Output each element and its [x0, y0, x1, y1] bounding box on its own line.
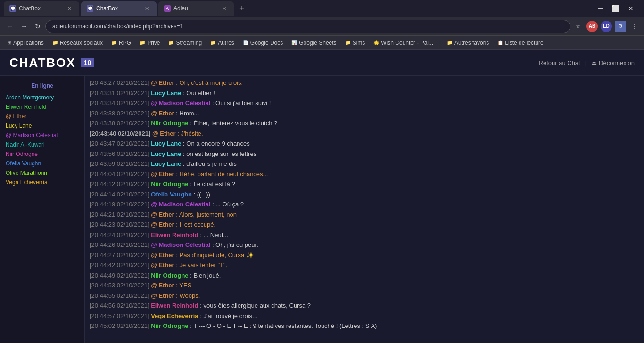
bookmark-autres-favoris[interactable]: 📁 Autres favoris — [443, 39, 493, 47]
profile-icon-1[interactable]: AB — [586, 21, 598, 32]
sidebar-user-arden[interactable]: Arden Montgomery — [0, 93, 84, 102]
message-21: [20:44:53 02/10/2021] @ Ether : YES — [90, 280, 639, 291]
minimize-button[interactable]: ─ — [595, 4, 606, 13]
tab-3-close[interactable]: ✕ — [220, 5, 228, 13]
app-container: CHATBOX 10 Retour au Chat | ⏏ Déconnexio… — [0, 50, 644, 343]
message-11: [20:44:12 02/10/2021] Niir Odrogne : Le … — [90, 179, 639, 189]
tab-1-favicon: 💬 — [9, 5, 16, 12]
autres-icon: 📁 — [210, 40, 216, 45]
bookmark-google-sheets[interactable]: 📊 Google Sheets — [288, 39, 340, 47]
app-badge: 10 — [81, 58, 95, 67]
profile-icon-2[interactable]: LD — [601, 21, 612, 32]
sidebar-user-ofelia[interactable]: Ofelia Vaughn — [0, 159, 84, 168]
prive-icon: 📁 — [140, 40, 145, 45]
tab-3-favicon: A — [164, 5, 171, 12]
reload-button[interactable]: ↻ — [32, 21, 43, 32]
bookmark-star-icon[interactable]: ☆ — [572, 21, 584, 32]
tab-1[interactable]: 💬 ChatBox ✕ — [4, 1, 79, 16]
message-3: [20:43:34 02/10/2021] @ Madison Célestia… — [90, 98, 639, 108]
forward-button[interactable]: → — [18, 21, 30, 32]
back-button[interactable]: ← — [4, 21, 16, 32]
sidebar-user-eliwen[interactable]: Eliwen Reinhold — [0, 102, 84, 112]
google-docs-icon: 📄 — [243, 40, 248, 45]
browser-window-controls: ─ ⬜ ✕ — [595, 4, 640, 13]
bookmark-rpg[interactable]: 📁 RPG — [107, 39, 135, 47]
bookmark-applications-label: Applications — [13, 40, 44, 46]
tab-2[interactable]: 💬 ChatBox ✕ — [81, 1, 157, 16]
sidebar-user-ether[interactable]: @ Ether — [0, 112, 84, 121]
message-15: [20:44:23 02/10/2021] @ Ether : Il est o… — [90, 220, 639, 230]
tab-3[interactable]: A Adieu ✕ — [158, 1, 234, 16]
reseaux-icon: 📁 — [52, 40, 58, 45]
message-20: [20:44:49 02/10/2021] Niir Odrogne : Bie… — [90, 270, 639, 281]
app-title: CHATBOX — [9, 56, 76, 70]
bookmark-google-docs-label: Google Docs — [250, 40, 283, 46]
message-14: [20:44:21 02/10/2021] @ Ether : Alors, j… — [90, 210, 639, 220]
bookmark-google-sheets-label: Google Sheets — [299, 40, 336, 46]
message-17: [20:44:26 02/10/2021] @ Madison Célestia… — [90, 240, 639, 250]
chat-area[interactable]: [20:43:27 02/10/2021] @ Ether : Oh, c'es… — [85, 76, 644, 343]
address-input[interactable] — [45, 20, 570, 33]
message-5: [20:43:38 02/10/2021] Niir Odrogne : Éth… — [90, 118, 639, 129]
message-2: [20:43:31 02/10/2021] Lucy Lane : Oui et… — [90, 88, 639, 98]
header-separator: | — [585, 59, 586, 66]
logout-button[interactable]: ⏏ Déconnexion — [591, 59, 635, 66]
tab-1-close[interactable]: ✕ — [66, 5, 74, 13]
bookmark-prive-label: Privé — [147, 40, 160, 46]
message-1: [20:43:27 02/10/2021] @ Ether : Oh, c'es… — [90, 78, 639, 88]
address-right-icons: ☆ AB LD ⚙ ⋮ — [572, 21, 640, 32]
app-header: CHATBOX 10 Retour au Chat | ⏏ Déconnexio… — [0, 50, 644, 76]
autres-favoris-icon: 📁 — [447, 40, 453, 45]
bookmark-prive[interactable]: 📁 Privé — [136, 39, 164, 47]
sims-icon: 📁 — [345, 40, 351, 45]
tab-2-close[interactable]: ✕ — [143, 5, 151, 13]
message-10: [20:44:04 02/10/2021] @ Ether : Héhé, pa… — [90, 169, 639, 180]
bookmark-liste-lecture-label: Liste de lecture — [505, 40, 543, 46]
bookmark-applications[interactable]: ⊞ Applications — [4, 39, 48, 47]
message-8: [20:43:56 02/10/2021] Lucy Lane : on est… — [90, 149, 639, 159]
close-window-button[interactable]: ✕ — [625, 4, 636, 13]
sidebar-user-olive[interactable]: Olive Marathonn — [0, 168, 84, 178]
retour-chat-link[interactable]: Retour au Chat — [539, 59, 580, 66]
liste-lecture-icon: 📋 — [497, 40, 503, 45]
message-25: [20:45:02 02/10/2021] Niir Odrogne : T -… — [90, 321, 639, 331]
sidebar-user-lucy[interactable]: Lucy Lane — [0, 121, 84, 131]
bookmark-autres[interactable]: 📁 Autres — [206, 39, 238, 47]
bookmark-streaming[interactable]: 📁 Streaming — [165, 39, 206, 47]
maximize-button[interactable]: ⬜ — [609, 4, 622, 13]
bookmark-wish[interactable]: 🌟 Wish Counter - Pai... — [370, 39, 437, 47]
bookmark-separator-1 — [440, 39, 440, 47]
bookmark-google-docs[interactable]: 📄 Google Docs — [239, 39, 287, 47]
bookmark-sims-label: Sims — [353, 40, 365, 46]
sidebar-user-madison[interactable]: @ Madison Célestial — [0, 131, 84, 140]
bookmark-wish-label: Wish Counter - Pai... — [381, 40, 433, 46]
message-7: [20:43:47 02/10/2021] Lucy Lane : On a e… — [90, 139, 639, 149]
wish-icon: 🌟 — [373, 40, 379, 45]
message-23: [20:44:56 02/10/2021] Eliwen Reinhold : … — [90, 301, 639, 311]
bookmark-streaming-label: Streaming — [176, 40, 202, 46]
applications-icon: ⊞ — [8, 40, 11, 45]
extensions-icon[interactable]: ⚙ — [615, 21, 626, 32]
logout-icon: ⏏ — [591, 59, 597, 66]
sidebar-user-vega[interactable]: Vega Echeverría — [0, 178, 84, 187]
bookmark-rpg-label: RPG — [119, 40, 131, 46]
bookmark-liste-lecture[interactable]: 📋 Liste de lecture — [494, 39, 547, 47]
bookmarks-bar: ⊞ Applications 📁 Réseaux sociaux 📁 RPG 📁… — [0, 36, 644, 50]
sidebar-user-nadir[interactable]: Nadir Al-Kuwari — [0, 140, 84, 149]
message-9: [20:43:59 02/10/2021] Lucy Lane : d'aill… — [90, 159, 639, 169]
new-tab-button[interactable]: + — [236, 4, 248, 14]
message-24: [20:44:57 02/10/2021] Vega Echeverría : … — [90, 311, 639, 321]
sidebar-user-niir[interactable]: Niir Odrogne — [0, 149, 84, 159]
menu-icon[interactable]: ⋮ — [629, 21, 640, 32]
tab-3-label: Adieu — [173, 5, 188, 12]
bookmark-sims[interactable]: 📁 Sims — [341, 39, 369, 47]
message-16: [20:44:24 02/10/2021] Eliwen Reinhold : … — [90, 230, 639, 240]
message-22: [20:44:55 02/10/2021] @ Ether : Woops. — [90, 291, 639, 301]
message-4: [20:43:38 02/10/2021] @ Ether : Hmm... — [90, 108, 639, 119]
bookmark-reseaux-label: Réseaux sociaux — [60, 40, 103, 46]
bookmark-reseaux[interactable]: 📁 Réseaux sociaux — [49, 39, 107, 47]
header-right: Retour au Chat | ⏏ Déconnexion — [539, 59, 635, 66]
bookmark-autres-favoris-label: Autres favoris — [454, 40, 489, 46]
message-6: [20:43:40 02/10/2021] @ Ether : J'hésite… — [90, 129, 639, 139]
bookmark-autres-label: Autres — [218, 40, 234, 46]
